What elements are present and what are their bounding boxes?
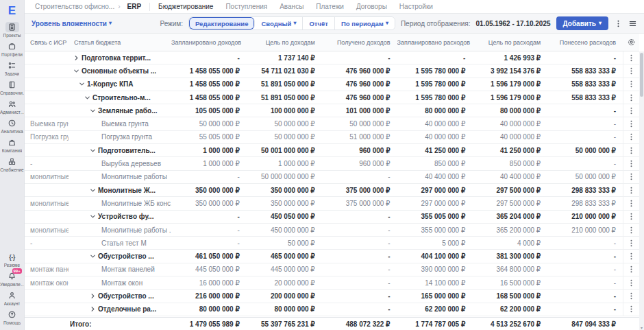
budget-item-label: Выемка грунта bbox=[101, 120, 149, 128]
table-scrollbar[interactable]: ▾ bbox=[639, 51, 644, 330]
row-menu-button[interactable] bbox=[623, 224, 639, 236]
tab-item[interactable]: Настройки bbox=[399, 3, 433, 10]
isr-cell[interactable]: монолитные р bbox=[25, 173, 69, 180]
column-header-planned-income[interactable]: Запланировано доходов bbox=[171, 39, 247, 46]
nesting-level-button[interactable]: Уровень вложенности ▾ bbox=[32, 20, 112, 27]
column-header-income-goal[interactable]: Цель по доходам bbox=[247, 39, 322, 46]
isr-cell[interactable]: Выемка грунт bbox=[25, 120, 69, 128]
sidebar-item-admin[interactable]: Админист… bbox=[0, 97, 24, 117]
table-row: -Статья тест М-50 000 ₽-5 000 ₽4 000 ₽- bbox=[25, 237, 639, 250]
row-menu-button[interactable] bbox=[623, 131, 639, 143]
mode-button[interactable]: По периодам▾ bbox=[335, 17, 395, 30]
chevron-right-icon[interactable] bbox=[73, 54, 80, 62]
sidebar-item-braces[interactable]: {-}Резюме bbox=[0, 250, 24, 270]
add-button[interactable]: Добавить ▾ bbox=[556, 16, 608, 30]
app-logo[interactable]: E bbox=[8, 3, 16, 21]
row-menu-button[interactable] bbox=[623, 171, 639, 183]
mode-button[interactable]: Сводный▾ bbox=[255, 17, 303, 30]
menu-button[interactable] bbox=[628, 19, 637, 28]
chevron-right-icon[interactable] bbox=[89, 292, 97, 300]
row-menu-button[interactable] bbox=[623, 276, 639, 289]
chevron-down-icon[interactable] bbox=[78, 80, 86, 88]
cell-received-income: 50 000 000 ₽ bbox=[322, 120, 397, 128]
row-menu-button[interactable] bbox=[623, 157, 639, 169]
sidebar-item-tasks[interactable]: Задачи bbox=[0, 59, 24, 78]
chevron-down-icon[interactable] bbox=[89, 107, 97, 115]
chevron-down-icon[interactable] bbox=[73, 67, 80, 75]
column-header-budget-item[interactable]: Статья бюджета bbox=[69, 39, 171, 46]
column-header-isr-link[interactable]: Связь с ИСР bbox=[25, 39, 69, 46]
row-menu-button[interactable] bbox=[623, 290, 639, 302]
row-menu-button[interactable] bbox=[623, 250, 639, 262]
scrollbar-down-arrow[interactable]: ▾ bbox=[639, 325, 644, 330]
isr-cell[interactable]: монолитные ж bbox=[25, 200, 69, 207]
budget-item-label: Подготовитель... bbox=[98, 147, 156, 154]
breadcrumb-current[interactable]: ERP bbox=[127, 3, 142, 10]
cell-received-income: 101 000 000 ₽ bbox=[322, 107, 397, 115]
breadcrumb-project[interactable]: Строительство офисно... bbox=[35, 3, 114, 10]
cell-planned-income: 1 458 055 000 ₽ bbox=[171, 94, 247, 102]
column-header-received-income[interactable]: Получено доходов bbox=[322, 39, 397, 46]
row-menu-button[interactable] bbox=[623, 91, 639, 104]
sidebar-item-projects[interactable]: Проекты bbox=[0, 21, 24, 40]
row-menu-button[interactable] bbox=[623, 117, 639, 130]
budget-item-label: Монтаж панелей bbox=[101, 266, 155, 273]
tab-item[interactable]: Платежи bbox=[316, 3, 344, 10]
cell-expenses-goal: 40 000 000 ₽ bbox=[472, 133, 547, 141]
tab-item[interactable]: Авансы bbox=[280, 3, 304, 10]
scrollbar-thumb[interactable] bbox=[640, 53, 643, 97]
cell-incurred-expenses: - bbox=[547, 279, 623, 287]
chevron-down-icon[interactable] bbox=[89, 147, 97, 154]
sidebar-item-directories[interactable]: Справочни… bbox=[0, 78, 24, 97]
isr-cell[interactable]: монолитные р bbox=[25, 226, 69, 234]
sidebar-item-supply[interactable]: Снабжение bbox=[0, 155, 24, 174]
table-row: монтаж оконМонтаж окон16 000 000 ₽20 000… bbox=[25, 276, 639, 290]
table-row: Монолитные Ж...350 000 000 ₽350 000 000 … bbox=[25, 184, 639, 197]
mode-button-label: Сводный bbox=[261, 20, 291, 27]
tab-item[interactable]: Поступления bbox=[225, 3, 267, 10]
isr-cell[interactable]: Погрузка грун bbox=[25, 133, 69, 141]
column-header-planned-expenses[interactable]: Запланировано расходов bbox=[397, 39, 473, 46]
row-menu-button[interactable] bbox=[623, 144, 639, 156]
row-menu-button[interactable] bbox=[623, 211, 639, 223]
budget-item-label: Статья тест М bbox=[101, 239, 147, 247]
column-settings-button[interactable] bbox=[623, 38, 639, 47]
analytics-icon bbox=[5, 118, 19, 128]
row-menu-button[interactable] bbox=[623, 184, 639, 196]
budget-item-label: Вырубка деревьев bbox=[101, 160, 161, 167]
table-row: 1-Корпус КПА1 458 055 000 ₽51 891 050 00… bbox=[25, 78, 639, 91]
row-menu-button[interactable] bbox=[623, 51, 639, 64]
mode-button[interactable]: Отчёт bbox=[303, 17, 335, 30]
sidebar-item-portfolios[interactable]: Портфели bbox=[0, 40, 24, 59]
chevron-right-icon[interactable] bbox=[89, 305, 97, 313]
row-menu-button[interactable] bbox=[623, 237, 639, 249]
mode-segmented-control: РедактированиеСводный▾ОтчётПо периодам▾ bbox=[188, 16, 395, 30]
sidebar-item-company[interactable]: Компания bbox=[0, 136, 24, 155]
isr-cell[interactable]: монтаж окон bbox=[25, 279, 69, 287]
budget-item-cell: 1-Корпус КПА bbox=[69, 80, 171, 88]
sidebar-item-bell[interactable]: 99+Уведомле… bbox=[0, 270, 24, 289]
tab-item[interactable]: Договоры bbox=[356, 3, 387, 10]
chevron-down-icon[interactable] bbox=[89, 252, 97, 260]
column-header-incurred-expenses[interactable]: Понесено расходов bbox=[547, 39, 623, 46]
sidebar-item-analytics[interactable]: Аналитика bbox=[0, 117, 24, 136]
chevron-down-icon[interactable] bbox=[89, 213, 97, 220]
row-menu-button[interactable] bbox=[623, 263, 639, 276]
period-value[interactable]: 01.05.1962 - 17.10.2025 bbox=[476, 20, 551, 27]
chevron-down-icon[interactable] bbox=[84, 94, 91, 102]
sidebar-item-account[interactable]: Аккаунт bbox=[0, 289, 24, 308]
row-menu-button[interactable] bbox=[623, 303, 639, 316]
row-menu-button[interactable] bbox=[623, 64, 639, 77]
cell-planned-income: - bbox=[171, 239, 247, 247]
column-header-expenses-goal[interactable]: Цель по расходам bbox=[472, 39, 547, 46]
isr-cell[interactable]: монтаж панел bbox=[25, 266, 69, 273]
row-menu-button[interactable] bbox=[623, 78, 639, 91]
sidebar-item-help[interactable]: Помощь bbox=[0, 308, 24, 327]
cell-incurred-expenses: - bbox=[547, 107, 623, 115]
tab-active[interactable]: Бюджетирование bbox=[158, 3, 213, 10]
row-menu-button[interactable] bbox=[623, 197, 639, 209]
mode-button[interactable]: Редактирование bbox=[189, 17, 255, 30]
more-options-button[interactable] bbox=[614, 19, 623, 28]
row-menu-button[interactable] bbox=[623, 104, 639, 117]
chevron-down-icon[interactable] bbox=[89, 187, 97, 194]
